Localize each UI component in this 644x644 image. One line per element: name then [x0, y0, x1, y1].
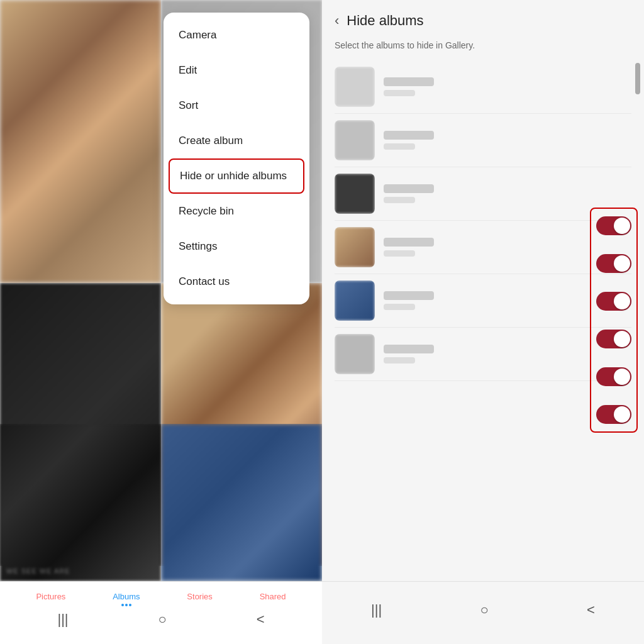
menu-item-edit[interactable]: Edit	[164, 53, 309, 88]
album-info-1	[384, 77, 631, 96]
toggle-group	[590, 208, 638, 433]
toggle-4[interactable]	[596, 330, 631, 348]
album-row-4[interactable]	[335, 221, 631, 274]
sys-back-icon-right: <	[587, 602, 595, 618]
album-info-3	[384, 184, 631, 203]
toggle-knob-5	[614, 369, 630, 385]
album-name-2	[384, 131, 434, 140]
album-thumb-2	[335, 120, 375, 160]
album-name-5	[384, 291, 434, 300]
menu-item-create-album[interactable]: Create album	[164, 123, 309, 158]
album-count-4	[384, 250, 415, 257]
album-thumb-3	[335, 174, 375, 214]
menu-item-sort[interactable]: Sort	[164, 88, 309, 123]
hide-albums-header: ‹ Hide albums	[322, 0, 644, 35]
right-panel: ‹ Hide albums Select the albums to hide …	[322, 0, 644, 644]
album-row-2[interactable]	[335, 114, 631, 167]
toggle-3[interactable]	[596, 292, 631, 311]
menu-item-recycle-bin[interactable]: Recycle bin	[164, 194, 309, 229]
album-row-3[interactable]	[335, 167, 631, 221]
album-row-5[interactable]	[335, 274, 631, 328]
scrollbar-indicator[interactable]	[635, 63, 640, 94]
album-thumb-4	[335, 227, 375, 267]
toggle-5[interactable]	[596, 367, 631, 386]
toggle-6[interactable]	[596, 405, 631, 424]
album-info-2	[384, 131, 631, 150]
album-count-1	[384, 90, 415, 96]
left-panel: Camera Edit Sort Create album Hide or un…	[0, 0, 322, 644]
menu-item-settings[interactable]: Settings	[164, 229, 309, 264]
album-name-4	[384, 238, 434, 247]
album-count-2	[384, 143, 415, 150]
album-thumb-6	[335, 334, 375, 374]
album-count-5	[384, 304, 415, 310]
toggle-knob-4	[614, 331, 630, 347]
sys-menu-icon-right: |||	[371, 602, 382, 618]
album-name-1	[384, 77, 434, 86]
toggle-knob-3	[614, 293, 630, 309]
album-row-6[interactable]	[335, 328, 631, 381]
album-name-6	[384, 345, 434, 353]
sys-home-icon-right: ○	[480, 602, 488, 618]
toggle-knob-2	[614, 255, 630, 272]
menu-item-hide-unhide[interactable]: Hide or unhide albums	[169, 158, 304, 194]
back-button[interactable]: ‹	[335, 13, 339, 29]
toggle-2[interactable]	[596, 254, 631, 273]
toggle-knob-6	[614, 406, 630, 423]
album-thumb-1	[335, 67, 375, 107]
hide-albums-title: Hide albums	[347, 13, 423, 29]
album-count-3	[384, 197, 415, 203]
dropdown-menu: Camera Edit Sort Create album Hide or un…	[164, 13, 309, 304]
album-thumb-5	[335, 280, 375, 321]
menu-item-camera[interactable]: Camera	[164, 18, 309, 53]
album-name-3	[384, 184, 434, 193]
bottom-nav-right: ||| ○ <	[322, 581, 644, 644]
album-row-1[interactable]	[335, 60, 631, 114]
toggle-knob-1	[614, 218, 630, 234]
album-count-6	[384, 357, 415, 364]
menu-item-contact-us[interactable]: Contact us	[164, 264, 309, 299]
system-nav-right: ||| ○ <	[322, 602, 644, 625]
toggle-1[interactable]	[596, 216, 631, 235]
subtitle-text: Select the albums to hide in Gallery.	[322, 35, 644, 60]
dropdown-overlay: Camera Edit Sort Create album Hide or un…	[0, 0, 322, 644]
